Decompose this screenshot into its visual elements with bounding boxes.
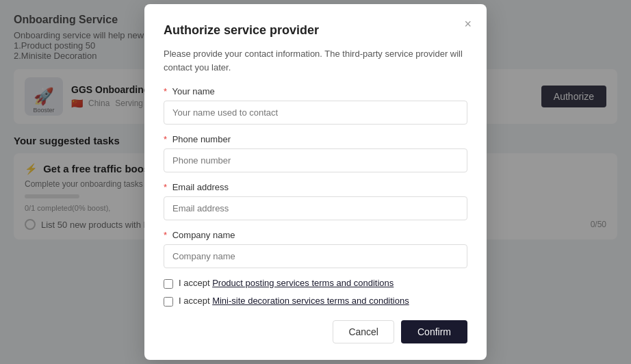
email-field-group: * Email address — [164, 182, 467, 220]
name-required: * — [164, 86, 167, 96]
email-required: * — [164, 182, 167, 192]
company-field-group: * Company name — [164, 230, 467, 268]
checkbox2-label[interactable]: I accept Mini-site decoration services t… — [179, 296, 409, 306]
email-label: * Email address — [164, 182, 467, 192]
checkbox2-link[interactable]: Mini-site decoration services terms and … — [212, 296, 409, 306]
email-input[interactable] — [164, 196, 467, 220]
phone-input[interactable] — [164, 148, 467, 172]
modal-overlay: Authorize service provider × Please prov… — [0, 0, 631, 364]
name-input[interactable] — [164, 101, 467, 125]
modal-dialog: Authorize service provider × Please prov… — [144, 4, 487, 360]
checkbox1-group: I accept Product posting services terms … — [164, 278, 467, 289]
confirm-button[interactable]: Confirm — [401, 320, 467, 343]
checkbox1[interactable] — [164, 279, 173, 289]
cancel-button[interactable]: Cancel — [333, 320, 394, 343]
checkbox1-link[interactable]: Product posting services terms and condi… — [212, 278, 394, 288]
modal-title: Authorize service provider — [164, 23, 467, 38]
modal-close-button[interactable]: × — [464, 18, 472, 30]
name-label: * Your name — [164, 86, 467, 96]
company-required: * — [164, 230, 167, 240]
checkbox2-group: I accept Mini-site decoration services t… — [164, 296, 467, 307]
name-field-group: * Your name — [164, 86, 467, 125]
checkbox1-label[interactable]: I accept Product posting services terms … — [179, 278, 394, 288]
phone-required: * — [164, 134, 167, 144]
company-input[interactable] — [164, 244, 467, 268]
phone-field-group: * Phone number — [164, 134, 467, 172]
phone-label: * Phone number — [164, 134, 467, 144]
modal-footer: Cancel Confirm — [164, 320, 467, 343]
checkbox2[interactable] — [164, 297, 173, 307]
company-label: * Company name — [164, 230, 467, 240]
modal-subtitle: Please provide your contact information.… — [164, 47, 467, 74]
